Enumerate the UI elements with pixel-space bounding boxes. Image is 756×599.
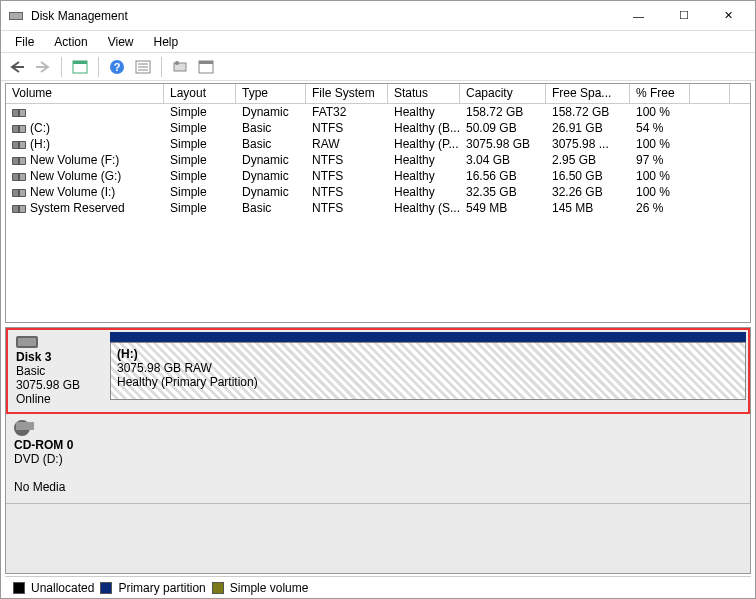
toolbar-separator [61, 57, 62, 77]
disk-icon [16, 336, 38, 348]
maximize-button[interactable]: ☐ [661, 2, 706, 30]
volume-row[interactable]: (H:)SimpleBasicRAWHealthy (P...3075.98 G… [6, 136, 750, 152]
volume-icon [12, 205, 26, 213]
legend-primary: Primary partition [118, 581, 205, 595]
menu-action[interactable]: Action [44, 33, 97, 51]
toolbar-separator [98, 57, 99, 77]
volume-row[interactable]: (C:)SimpleBasicNTFSHealthy (B...50.09 GB… [6, 120, 750, 136]
toolbar: ? [1, 53, 755, 81]
disk-3-partitions: (H:) 3075.98 GB RAW Healthy (Primary Par… [108, 330, 748, 412]
partition-status: Healthy (Primary Partition) [117, 375, 258, 389]
minimize-button[interactable]: — [616, 2, 661, 30]
volume-icon [12, 189, 26, 197]
volume-icon [12, 125, 26, 133]
partition-info: 3075.98 GB RAW [117, 361, 212, 375]
action-list-button[interactable] [131, 55, 155, 79]
disk-size: 3075.98 GB [16, 378, 80, 392]
toolbar-separator [161, 57, 162, 77]
help-button[interactable]: ? [105, 55, 129, 79]
disk-state: Online [16, 392, 51, 406]
legend-swatch-primary [100, 582, 112, 594]
volume-row[interactable]: New Volume (G:)SimpleDynamicNTFSHealthy1… [6, 168, 750, 184]
back-button[interactable] [5, 55, 29, 79]
volume-row[interactable]: SimpleDynamicFAT32Healthy158.72 GB158.72… [6, 104, 750, 120]
cdrom-0-row[interactable]: CD-ROM 0 DVD (D:) No Media [6, 414, 750, 504]
volume-icon [12, 157, 26, 165]
cdrom-label: CD-ROM 0 [14, 438, 73, 452]
legend-simple: Simple volume [230, 581, 309, 595]
close-button[interactable]: ✕ [706, 2, 751, 30]
disk-type: Basic [16, 364, 45, 378]
menu-file[interactable]: File [5, 33, 44, 51]
volume-row[interactable]: New Volume (F:)SimpleDynamicNTFSHealthy3… [6, 152, 750, 168]
volume-list-header[interactable]: Volume Layout Type File System Status Ca… [6, 84, 750, 104]
title-bar: Disk Management — ☐ ✕ [1, 1, 755, 31]
legend-bar: Unallocated Primary partition Simple vol… [5, 576, 751, 598]
svg-rect-3 [73, 61, 87, 64]
col-layout[interactable]: Layout [164, 84, 236, 103]
partition-color-bar [110, 332, 746, 342]
menu-view[interactable]: View [98, 33, 144, 51]
col-capacity[interactable]: Capacity [460, 84, 546, 103]
volume-list[interactable]: Volume Layout Type File System Status Ca… [5, 83, 751, 323]
menu-bar: File Action View Help [1, 31, 755, 53]
cdrom-state: No Media [14, 480, 65, 494]
window-title: Disk Management [31, 9, 616, 23]
legend-unallocated: Unallocated [31, 581, 94, 595]
disk-graphical-view[interactable]: Disk 3 Basic 3075.98 GB Online (H:) 3075… [5, 327, 751, 574]
app-icon [9, 10, 25, 22]
col-type[interactable]: Type [236, 84, 306, 103]
volume-icon [12, 141, 26, 149]
disk-3-row[interactable]: Disk 3 Basic 3075.98 GB Online (H:) 3075… [6, 328, 750, 414]
legend-swatch-simple [212, 582, 224, 594]
col-extra[interactable] [690, 84, 730, 103]
properties-button[interactable] [168, 55, 192, 79]
partition-h[interactable]: (H:) 3075.98 GB RAW Healthy (Primary Par… [110, 342, 746, 400]
disk-3-header[interactable]: Disk 3 Basic 3075.98 GB Online [8, 330, 108, 412]
cdrom-body [106, 414, 750, 503]
col-status[interactable]: Status [388, 84, 460, 103]
col-volume[interactable]: Volume [6, 84, 164, 103]
col-freespace[interactable]: Free Spa... [546, 84, 630, 103]
cdrom-header[interactable]: CD-ROM 0 DVD (D:) No Media [6, 414, 106, 503]
volume-row[interactable]: System ReservedSimpleBasicNTFSHealthy (S… [6, 200, 750, 216]
forward-button[interactable] [31, 55, 55, 79]
svg-point-11 [175, 61, 179, 65]
refresh-button[interactable] [194, 55, 218, 79]
svg-rect-1 [10, 13, 22, 19]
partition-label: (H:) [117, 347, 138, 361]
svg-rect-13 [199, 61, 213, 64]
volume-row[interactable]: New Volume (I:)SimpleDynamicNTFSHealthy3… [6, 184, 750, 200]
volume-icon [12, 109, 26, 117]
disk-label: Disk 3 [16, 350, 51, 364]
show-hide-tree-button[interactable] [68, 55, 92, 79]
legend-swatch-unallocated [13, 582, 25, 594]
menu-help[interactable]: Help [144, 33, 189, 51]
volume-icon [12, 173, 26, 181]
col-pctfree[interactable]: % Free [630, 84, 690, 103]
cdrom-type: DVD (D:) [14, 452, 63, 466]
col-filesystem[interactable]: File System [306, 84, 388, 103]
svg-text:?: ? [114, 61, 121, 73]
cd-icon [14, 420, 30, 436]
